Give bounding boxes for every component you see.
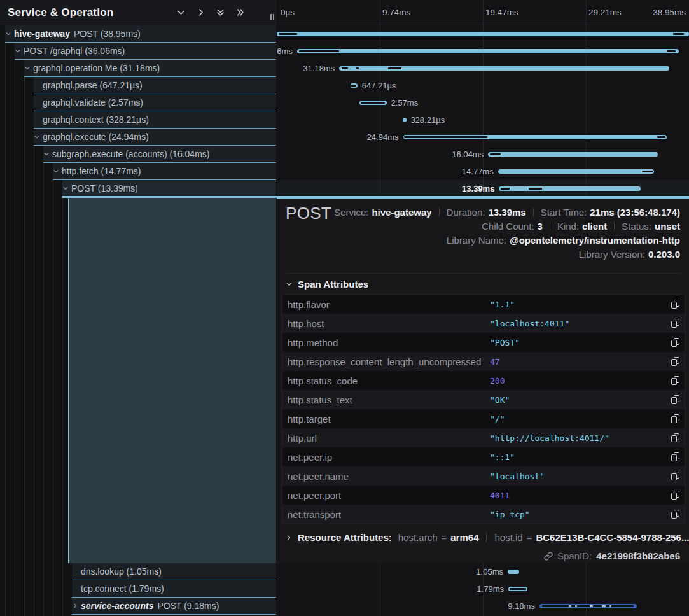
copy-icon[interactable] <box>671 376 679 385</box>
span-label: graphql.operation Me (31.18ms) <box>33 60 160 76</box>
timeline-row: 13.39ms <box>277 180 689 197</box>
copy-icon[interactable] <box>671 510 679 519</box>
span-bar[interactable] <box>403 118 407 122</box>
attribute-row: http.status_text "OK" <box>282 390 685 409</box>
attribute-key: http.target <box>288 414 490 424</box>
selected-row-accent-line <box>62 196 689 198</box>
duration-label: 16.04ms <box>452 146 484 163</box>
attribute-row: http.method "POST" <box>282 333 685 352</box>
copy-icon[interactable] <box>671 491 679 500</box>
overview-label: Status: <box>622 221 651 232</box>
tree-expand-controls <box>176 8 245 18</box>
child-span-marker <box>542 605 634 607</box>
span-bar[interactable] <box>498 169 655 174</box>
child-span-marker <box>602 605 606 607</box>
span-label: subgraph.execute (accounts) (16.04ms) <box>52 146 209 162</box>
attribute-key: http.host <box>288 318 490 329</box>
duration-label: 24.94ms <box>367 129 399 146</box>
overview-value: 0.203.0 <box>648 249 680 260</box>
chevron-down-icon[interactable] <box>24 65 31 71</box>
span-label: service-accountsPOST (9.18ms) <box>81 598 219 614</box>
copy-icon[interactable] <box>671 433 679 442</box>
span-bar[interactable] <box>508 587 527 591</box>
timeline-row: 647.21µs <box>277 77 689 94</box>
span-label: graphql.validate (2.57ms) <box>43 94 143 111</box>
panel-resize-handle[interactable] <box>270 14 274 20</box>
attribute-row: http.flavor "1.1" <box>282 295 685 314</box>
span-bar[interactable] <box>351 83 358 88</box>
span-tree-row[interactable]: http.fetch (14.77ms) <box>0 163 276 180</box>
overview-line: Library Name:@opentelemetry/instrumentat… <box>334 233 680 247</box>
copy-icon[interactable] <box>671 319 679 328</box>
selected-span-spacer <box>68 197 276 563</box>
copy-icon[interactable] <box>671 452 679 461</box>
timeline-row: 24.94ms <box>277 129 689 146</box>
chevron-right-icon[interactable] <box>72 603 78 609</box>
chevron-down-icon[interactable] <box>62 185 69 192</box>
child-span-marker <box>590 605 593 607</box>
overview-label: Kind: <box>557 221 579 232</box>
span-tree-row[interactable]: graphql.operation Me (31.18ms) <box>0 60 276 77</box>
span-attributes-toggle[interactable]: Span Attributes <box>286 279 368 290</box>
span-tree-row[interactable]: POST /graphql (36.06ms) <box>0 43 276 60</box>
duration-label: 31.18ms <box>303 60 335 77</box>
copy-icon[interactable] <box>671 357 679 366</box>
chevron-down-icon[interactable] <box>43 151 50 157</box>
timeline-row: 1.79ms <box>277 580 689 598</box>
span-label: dns.lookup (1.05ms) <box>81 563 162 580</box>
span-tree-row[interactable]: tcp.connect (1.79ms) <box>0 580 276 598</box>
span-tree-row[interactable]: subgraph.execute (accounts) (16.04ms) <box>0 146 276 163</box>
link-icon[interactable] <box>544 552 553 561</box>
span-bar[interactable] <box>488 152 658 157</box>
attribute-key: net.peer.name <box>288 471 490 482</box>
chevron-down-icon[interactable] <box>53 168 59 174</box>
span-tree-row[interactable]: service-accountsPOST (9.18ms) <box>0 598 276 615</box>
span-bar[interactable] <box>539 604 637 608</box>
span-tree-row[interactable]: hive-gatewayPOST (38.95ms) <box>0 25 276 43</box>
span-bar[interactable] <box>339 66 669 71</box>
chevron-down-icon[interactable] <box>34 134 40 140</box>
timeline-row: 14.77ms <box>277 163 689 180</box>
copy-icon[interactable] <box>671 472 679 480</box>
copy-icon[interactable] <box>671 414 679 423</box>
double-chevron-down-icon[interactable] <box>215 8 225 18</box>
child-span-marker <box>361 102 385 104</box>
span-bar[interactable] <box>403 135 667 139</box>
span-bar[interactable] <box>359 101 387 105</box>
span-tree-row[interactable]: graphql.context (328.21µs) <box>0 111 276 129</box>
attribute-row: http.url "http://localhost:4011/" <box>282 428 685 447</box>
double-chevron-right-icon[interactable] <box>235 8 245 18</box>
duration-label: 647.21µs <box>362 77 396 94</box>
overview-label: Library Version: <box>579 249 645 260</box>
chevron-right-icon[interactable] <box>195 8 205 18</box>
span-bar[interactable] <box>277 32 689 36</box>
copy-icon[interactable] <box>671 395 679 404</box>
chevron-down-icon[interactable] <box>5 31 11 37</box>
timeline-row: 16.04ms <box>277 146 689 163</box>
overview-value: 21ms (23:56:48.174) <box>590 207 680 218</box>
overview-value: 3 <box>538 221 543 232</box>
span-tree-row[interactable]: POST (13.39ms) <box>0 180 276 197</box>
span-bar[interactable] <box>297 49 679 53</box>
overview-value: @opentelemetry/instrumentation-http <box>510 235 680 246</box>
span-tree-row[interactable]: graphql.parse (647.21µs) <box>0 77 276 94</box>
span-tree-row[interactable]: graphql.validate (2.57ms) <box>0 94 276 111</box>
span-tree-header: Service & Operation <box>0 0 275 25</box>
chevron-down-icon[interactable] <box>176 8 186 18</box>
span-bar[interactable] <box>508 570 519 574</box>
copy-icon[interactable] <box>671 338 679 347</box>
resource-attributes-row[interactable]: Resource Attributes:host.arch=arm64host.… <box>286 532 689 543</box>
overview-line: Service:hive-gatewayDuration:13.39msStar… <box>334 205 680 219</box>
span-bar[interactable] <box>499 186 641 191</box>
child-span-marker <box>673 33 684 35</box>
trace-timeline-view: Service & Operation hive-gatewayPOST (38… <box>0 0 689 616</box>
span-id-row: SpanID: 4e21998f3b82abe6 <box>544 550 680 561</box>
attribute-row: http.target "/" <box>282 409 685 428</box>
attribute-row: http.response_content_length_uncompresse… <box>282 352 685 371</box>
span-tree-row[interactable]: dns.lookup (1.05ms) <box>0 563 276 580</box>
copy-icon[interactable] <box>671 300 679 309</box>
span-tree-row[interactable]: graphql.execute (24.94ms) <box>0 129 276 146</box>
detail-span-title: POST <box>286 204 331 223</box>
span-label: graphql.context (328.21µs) <box>43 111 149 128</box>
chevron-down-icon[interactable] <box>15 48 21 54</box>
